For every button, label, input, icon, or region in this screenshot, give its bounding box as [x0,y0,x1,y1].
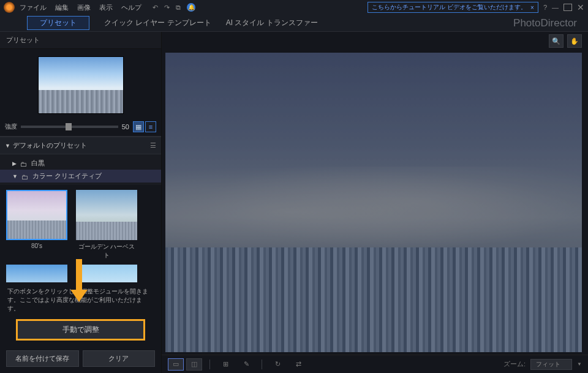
intensity-label: 強度 [5,122,17,131]
chevron-down-icon: ▼ [12,173,18,179]
minimize-icon[interactable]: — [552,4,559,11]
flip-icon[interactable]: ⇄ [290,358,306,371]
manual-adjust-button[interactable]: 手動で調整 [16,319,145,341]
brand-label: PhotoDirector [513,17,577,29]
menu-help[interactable]: ヘルプ [121,3,141,12]
view-split-icon[interactable]: ◫ [186,358,202,371]
dim-overlay [165,53,582,352]
notification-icon[interactable]: 🔔 [187,3,195,12]
folder-icon: 🗀 [21,173,29,179]
brush-icon[interactable]: ✎ [238,358,254,371]
menu-view[interactable]: 表示 [99,3,113,12]
chevron-down-icon[interactable]: ▼ [577,361,582,367]
preset-category-header[interactable]: ▼ デフォルトのプリセット ☰ [0,137,161,154]
maximize-icon[interactable] [564,4,572,11]
grid-view-icon[interactable]: ▦ [133,121,144,132]
list-view-icon[interactable]: ≡ [145,121,156,132]
tree-label: カラー クリエイティブ [32,171,102,181]
thumb-label: ゴールデン ハーベスト [76,243,137,260]
intensity-value: 50 [122,123,129,130]
zoom-select[interactable]: フィット [530,359,572,370]
zoom-tool-icon[interactable]: 🔍 [549,34,564,48]
menu-edit[interactable]: 編集 [55,3,69,12]
thumb-label: 80's [6,243,67,249]
sidebar-title: プリセット [0,32,161,49]
tutorial-text: こちらからチュートリアル ビデオをご覧いただけます。 [372,3,527,12]
more-options-icon[interactable]: ☰ [150,141,156,149]
tab-quick-layer[interactable]: クイック レイヤー テンプレート [104,18,211,28]
tutorial-banner[interactable]: こちらからチュートリアル ビデオをご覧いただけます。 × [368,2,538,13]
close-window-icon[interactable]: ✕ [577,2,584,12]
chevron-right-icon: ▶ [12,160,17,167]
help-icon[interactable]: ? [543,4,547,11]
pan-tool-icon[interactable]: ✋ [567,34,582,48]
preset-thumb-80s[interactable]: 80's [6,190,67,260]
preview-area [0,49,161,118]
view-single-icon[interactable]: ▭ [168,358,184,371]
close-icon[interactable]: × [530,4,534,11]
preview-thumbnail [38,56,124,114]
undo-icon[interactable]: ↶ [153,4,158,12]
preset-thumb[interactable] [6,265,67,282]
tree-label: 白黒 [31,159,45,168]
tab-ai-style[interactable]: AI スタイル トランスファー [226,18,318,28]
menu-image[interactable]: 画像 [77,3,91,12]
canvas-image[interactable] [165,53,582,352]
separator [209,360,210,369]
clear-button[interactable]: クリア [83,350,156,367]
app-icon [4,2,15,13]
category-label: デフォルトのプリセット [13,141,87,150]
zoom-label: ズーム: [503,360,526,369]
histogram-icon[interactable]: ⊞ [217,358,233,371]
rotate-icon[interactable]: ↻ [270,358,285,371]
tab-preset[interactable]: プリセット [27,16,89,30]
chevron-down-icon: ▼ [5,143,10,149]
folder-icon: 🗀 [20,160,28,167]
tree-item-bw[interactable]: ▶ 🗀 白黒 [0,157,161,170]
preset-thumb-golden-harvest[interactable]: ゴールデン ハーベスト [76,190,137,260]
tutorial-arrow [70,259,88,304]
share-icon[interactable]: ⧉ [176,4,181,12]
redo-icon[interactable]: ↷ [164,4,170,12]
tree-item-color-creative[interactable]: ▼ 🗀 カラー クリエイティブ [0,170,161,183]
save-as-button[interactable]: 名前を付けて保存 [6,350,79,367]
separator [262,360,262,369]
menu-file[interactable]: ファイル [20,3,47,12]
intensity-slider[interactable] [21,126,118,128]
